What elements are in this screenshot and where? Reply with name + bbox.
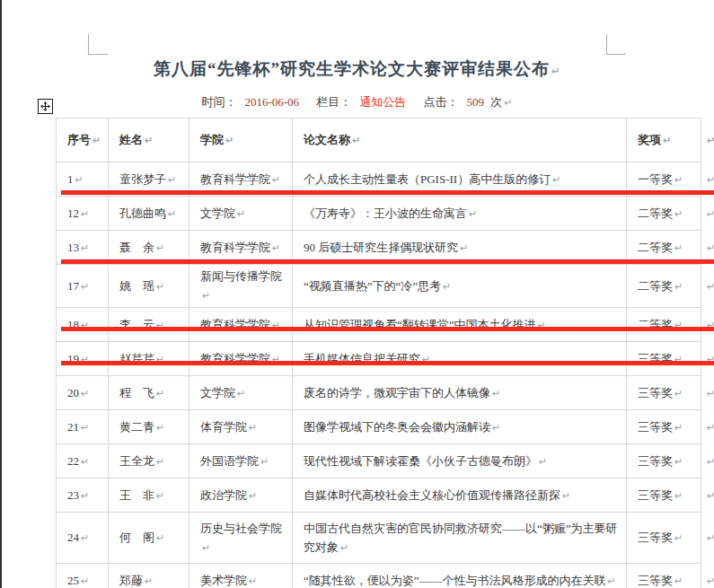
paragraph-mark-icon: ↵ bbox=[674, 456, 683, 468]
cell-no: 23↵ bbox=[57, 478, 109, 513]
move-arrows-icon bbox=[40, 101, 50, 111]
paragraph-mark-icon: ↵ bbox=[81, 532, 89, 544]
col-header-no: 序号↵ bbox=[57, 118, 109, 162]
row-end-paragraph-mark-icon: ↵ bbox=[707, 276, 714, 295]
paragraph-mark-icon: ↵ bbox=[663, 135, 671, 146]
paragraph-mark-icon: ↵ bbox=[81, 281, 89, 293]
cell-award: 二等奖↵↵ bbox=[627, 197, 701, 231]
table-header-row: 序号↵ 姓名↵ 学院↵ 论文名称↵ 奖项↵↵ bbox=[57, 118, 701, 162]
cell-name: 姚 瑶↵ bbox=[109, 265, 190, 308]
article-meta-bar: 时间：2016-06-06 栏目：通知公告 点击：509 次↵ bbox=[0, 94, 714, 110]
paragraph-mark-icon: ↵ bbox=[93, 135, 101, 146]
cell-college: 体育学院↵ bbox=[190, 410, 293, 444]
paragraph-mark-icon: ↵ bbox=[237, 208, 245, 220]
cell-paper: 现代性视域下解读霍桑《小伙子古德曼布朗》↵ bbox=[293, 444, 627, 478]
cell-award: 三等奖↵↵ bbox=[627, 376, 701, 410]
cell-college: 文学院↵ bbox=[190, 197, 293, 231]
cell-paper: 从知识管理视角看“翻转课堂”中国本土化推进↵ bbox=[293, 308, 627, 342]
paragraph-mark-icon: ↵ bbox=[81, 422, 89, 434]
row-end-paragraph-mark-icon: ↵ bbox=[707, 486, 714, 505]
paragraph-mark-icon: ↵ bbox=[674, 174, 683, 186]
cell-name: 郑藤↵ bbox=[109, 564, 190, 588]
col-header-paper: 论文名称↵ bbox=[293, 118, 627, 162]
paragraph-mark-icon: ↵ bbox=[272, 242, 280, 254]
paragraph-mark-icon: ↵ bbox=[81, 490, 89, 502]
cell-no: 25↵ bbox=[57, 564, 109, 588]
table-row: 22↵ 王全龙↵ 外国语学院↵ 现代性视域下解读霍桑《小伙子古德曼布朗》↵ 三等… bbox=[57, 444, 701, 478]
row-end-paragraph-mark-icon: ↵ bbox=[707, 452, 714, 470]
page-title: 第八届“先锋杯”研究生学术论文大赛评审结果公布↵ bbox=[0, 57, 714, 83]
cell-award: 三等奖↵↵ bbox=[627, 410, 701, 444]
paragraph-mark-icon: ↵ bbox=[168, 174, 176, 186]
paragraph-mark-icon: ↵ bbox=[340, 542, 348, 554]
cell-no: 18↵ bbox=[57, 308, 109, 342]
paragraph-mark-icon: ↵ bbox=[551, 66, 560, 77]
paragraph-mark-icon: ↵ bbox=[81, 456, 89, 468]
meta-time-label: 时间： bbox=[201, 95, 236, 109]
table-row: 12↵ 孔德曲鸣↵ 文学院↵ 《万寿寺》：王小波的生命寓言↵ 二等奖↵↵ bbox=[57, 197, 701, 231]
paragraph-mark-icon: ↵ bbox=[552, 174, 560, 186]
table-row: 20↵ 程 飞↵ 文学院↵ 废名的诗学，微观宇宙下的人体镜像↵ 三等奖↵↵ bbox=[57, 376, 701, 410]
row-end-paragraph-mark-icon: ↵ bbox=[707, 238, 714, 257]
table-row: 18↵ 李 云↵ 教育科学学院↵ 从知识管理视角看“翻转课堂”中国本土化推进↵ … bbox=[57, 308, 701, 342]
paragraph-mark-icon: ↵ bbox=[492, 422, 500, 434]
cell-college: 教育科学学院↵ bbox=[190, 308, 293, 342]
cell-name: 程 飞↵ bbox=[109, 376, 190, 410]
cell-college: 美术学院↵ bbox=[190, 564, 293, 588]
cell-award: 二等奖↵↵ bbox=[627, 265, 701, 308]
col-header-college: 学院↵ bbox=[190, 118, 293, 162]
cell-award: 三等奖↵↵ bbox=[627, 444, 701, 478]
cell-name: 王全龙↵ bbox=[109, 444, 190, 478]
cell-no: 17↵ bbox=[57, 265, 109, 308]
cell-no: 24↵ bbox=[57, 513, 109, 564]
cell-college: 外国语学院↵ bbox=[190, 444, 293, 478]
cell-college: 新闻与传播学院↵ bbox=[190, 265, 293, 308]
table-move-handle[interactable] bbox=[38, 99, 53, 114]
paragraph-mark-icon: ↵ bbox=[272, 174, 280, 186]
paragraph-mark-icon: ↵ bbox=[81, 242, 89, 254]
paragraph-mark-icon: ↵ bbox=[674, 490, 683, 502]
meta-clicks-label: 点击： bbox=[424, 95, 459, 109]
col-header-name: 姓名↵ bbox=[109, 118, 190, 162]
cell-college: 政治学院↵ bbox=[190, 478, 293, 513]
meta-category-label: 栏目： bbox=[316, 95, 351, 109]
paragraph-mark-icon: ↵ bbox=[460, 242, 468, 254]
paragraph-mark-icon: ↵ bbox=[249, 490, 257, 502]
cell-paper: 废名的诗学，微观宇宙下的人体镜像↵ bbox=[293, 376, 627, 410]
table-row: 25↵ 郑藤↵ 美术学院↵ “随其性欲，便以为姿”——个性与书法风格形成的内在关… bbox=[57, 564, 701, 588]
red-highlight-line-1 bbox=[61, 190, 714, 195]
meta-category-link[interactable]: 通知公告 bbox=[359, 95, 406, 109]
paragraph-mark-icon: ↵ bbox=[674, 532, 683, 544]
cell-name: 王 非↵ bbox=[109, 478, 190, 513]
cell-name: 何 阁↵ bbox=[109, 513, 190, 564]
window-left-edge bbox=[0, 0, 2, 588]
cell-paper: 手机媒体信息把关研究↵ bbox=[293, 342, 627, 376]
paragraph-mark-icon: ↵ bbox=[145, 135, 153, 146]
paragraph-mark-icon: ↵ bbox=[674, 281, 683, 293]
paragraph-mark-icon: ↵ bbox=[156, 422, 164, 434]
row-end-paragraph-mark-icon: ↵ bbox=[707, 383, 714, 402]
paragraph-mark-icon: ↵ bbox=[156, 532, 164, 544]
paragraph-mark-icon: ↵ bbox=[249, 422, 257, 434]
cell-no: 12↵ bbox=[57, 197, 109, 231]
paragraph-mark-icon: ↵ bbox=[562, 490, 570, 502]
cell-no: 22↵ bbox=[57, 444, 109, 478]
cell-award: 三等奖↵↵ bbox=[627, 513, 701, 564]
row-end-paragraph-mark-icon: ↵ bbox=[707, 417, 714, 436]
cell-no: 19↵ bbox=[57, 342, 109, 376]
row-end-paragraph-mark-icon: ↵ bbox=[707, 170, 714, 189]
paragraph-mark-icon: ↵ bbox=[75, 174, 84, 186]
paragraph-mark-icon: ↵ bbox=[260, 456, 269, 468]
cell-paper: “随其性欲，便以为姿”——个性与书法风格形成的内在关联↵ bbox=[293, 564, 627, 588]
paragraph-mark-icon: ↵ bbox=[156, 281, 164, 293]
cell-paper: 图像学视域下的冬奥会会徽内涵解读↵ bbox=[293, 410, 627, 444]
table-row: 24↵ 何 阁↵ 历史与社会学院↵ 中国古代自然灾害的官民协同救济研究——以“粥… bbox=[57, 513, 701, 564]
row-end-paragraph-mark-icon: ↵ bbox=[707, 529, 714, 548]
paragraph-mark-icon: ↵ bbox=[492, 388, 500, 399]
cell-name: 李 云↵ bbox=[109, 308, 190, 342]
meta-clicks-value: 509 bbox=[467, 95, 485, 109]
table-row: 19↵ 赵芹芹↵ 教育科学学院↵ 手机媒体信息把关研究↵ 三等奖↵↵ bbox=[57, 342, 701, 376]
page-margin-corner-mark-top-left bbox=[88, 34, 108, 55]
cell-no: 21↵ bbox=[57, 410, 109, 444]
cell-award: 三等奖↵↵ bbox=[627, 564, 701, 588]
